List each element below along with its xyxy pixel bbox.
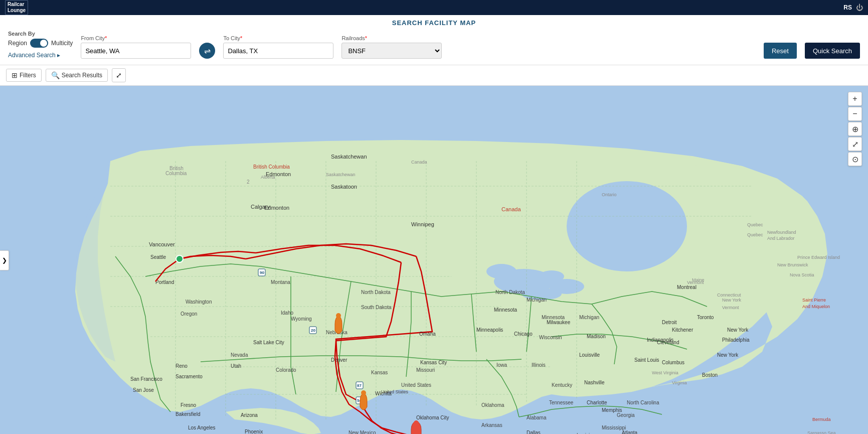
svg-text:North Carolina: North Carolina bbox=[627, 400, 659, 405]
toggle-row: Region Multicity bbox=[8, 39, 73, 48]
svg-text:Atlanta: Atlanta bbox=[622, 430, 638, 434]
svg-text:United States: United States bbox=[401, 382, 431, 388]
svg-text:Quebec: Quebec bbox=[747, 232, 763, 237]
svg-text:Utah: Utah bbox=[231, 363, 241, 369]
svg-text:Saskatoon: Saskatoon bbox=[331, 184, 357, 190]
svg-text:Michigan: Michigan bbox=[579, 315, 599, 320]
railroads-label: Railroads* bbox=[341, 35, 442, 41]
railroads-group: Railroads* BNSF Union Pacific CSX Norfol… bbox=[341, 35, 442, 59]
svg-text:Saint Pierre: Saint Pierre bbox=[802, 298, 826, 303]
svg-text:Kansas: Kansas bbox=[371, 370, 388, 375]
to-city-group: To City* bbox=[223, 35, 333, 59]
zoom-out-button[interactable]: − bbox=[848, 107, 862, 121]
svg-text:Cleveland: Cleveland bbox=[657, 340, 679, 345]
svg-text:Dallas: Dallas bbox=[527, 430, 541, 434]
advanced-search-link[interactable]: Advanced Search ▸ bbox=[8, 52, 73, 59]
power-icon[interactable]: ⏻ bbox=[856, 4, 863, 12]
svg-text:Nova Scotia: Nova Scotia bbox=[790, 272, 814, 277]
svg-text:United States: United States bbox=[381, 389, 409, 394]
svg-text:Saskatchewan: Saskatchewan bbox=[326, 172, 356, 177]
svg-text:Winnipeg: Winnipeg bbox=[411, 221, 434, 227]
svg-text:Georgia: Georgia bbox=[617, 412, 635, 418]
svg-text:90: 90 bbox=[260, 270, 264, 275]
svg-text:West Virginia: West Virginia bbox=[652, 370, 678, 375]
location-button[interactable]: ⊙ bbox=[848, 152, 862, 166]
compass-icon: ⊕ bbox=[852, 124, 858, 134]
expand-icon: ⤢ bbox=[116, 71, 122, 79]
search-row: Search By Region Multicity Advanced Sear… bbox=[8, 31, 860, 59]
svg-text:Portland: Portland bbox=[155, 279, 174, 285]
svg-text:Salt Lake City: Salt Lake City bbox=[253, 340, 284, 345]
filters-button[interactable]: ⊞ Filters bbox=[6, 69, 42, 82]
svg-text:Louisville: Louisville bbox=[579, 352, 600, 358]
svg-text:Nashville: Nashville bbox=[584, 380, 605, 385]
svg-text:87: 87 bbox=[357, 383, 362, 388]
svg-point-2 bbox=[486, 264, 516, 279]
search-results-button[interactable]: 🔍 Search Results bbox=[46, 69, 108, 82]
reset-button[interactable]: Reset bbox=[764, 43, 797, 59]
svg-text:Arizona: Arizona bbox=[241, 412, 258, 418]
search-by-label: Search By bbox=[8, 31, 73, 37]
svg-point-6 bbox=[567, 181, 687, 271]
svg-text:Fresno: Fresno bbox=[181, 402, 197, 408]
fullscreen-button[interactable]: ⤢ bbox=[848, 137, 862, 151]
svg-text:Minnesota: Minnesota bbox=[494, 307, 517, 313]
toggle-right-label: Multicity bbox=[51, 40, 73, 47]
to-city-label: To City* bbox=[223, 35, 333, 41]
toggle-left-label: Region bbox=[8, 40, 27, 47]
svg-text:Los Angeles: Los Angeles bbox=[188, 425, 216, 430]
svg-text:Quebec: Quebec bbox=[747, 222, 763, 227]
svg-text:Sargasso Sea: Sargasso Sea bbox=[807, 430, 836, 434]
expand-button[interactable]: ⤢ bbox=[112, 68, 126, 82]
compass-button[interactable]: ⊕ bbox=[848, 122, 862, 136]
svg-text:Newfoundland: Newfoundland bbox=[767, 230, 796, 235]
search-icon: 🔍 bbox=[51, 71, 60, 79]
svg-text:Kentucky: Kentucky bbox=[552, 382, 572, 388]
from-city-input[interactable] bbox=[81, 43, 191, 59]
top-bar-right: RS ⏻ bbox=[843, 4, 863, 12]
zoom-in-button[interactable]: + bbox=[848, 92, 862, 106]
search-header: SEARCH FACILITY MAP Search By Region Mul… bbox=[0, 15, 868, 65]
svg-text:Sacramento: Sacramento bbox=[176, 374, 203, 379]
location-icon: ⊙ bbox=[852, 155, 858, 164]
svg-text:2: 2 bbox=[247, 179, 250, 185]
user-initials: RS bbox=[843, 4, 852, 11]
svg-point-155 bbox=[361, 390, 366, 395]
svg-text:Nevada: Nevada bbox=[231, 352, 248, 358]
swap-cities-button[interactable]: ⇌ bbox=[199, 43, 215, 59]
svg-text:Arkansas: Arkansas bbox=[481, 422, 502, 428]
svg-text:Virginia: Virginia bbox=[672, 380, 687, 385]
svg-text:Charlotte: Charlotte bbox=[587, 400, 607, 405]
railroads-select[interactable]: BNSF Union Pacific CSX Norfolk Southern … bbox=[341, 43, 442, 59]
svg-text:Maine: Maine bbox=[692, 277, 705, 282]
svg-point-154 bbox=[336, 313, 341, 318]
map-svg: Seattle Portland San Francisco San Jose … bbox=[0, 86, 868, 434]
svg-text:Wyoming: Wyoming bbox=[291, 316, 312, 322]
quick-search-button[interactable]: Quick Search bbox=[805, 43, 860, 59]
region-multicity-toggle[interactable] bbox=[30, 39, 48, 48]
svg-text:Saint Louis: Saint Louis bbox=[634, 357, 659, 363]
svg-text:Connecticut: Connecticut bbox=[717, 293, 741, 298]
svg-text:Wisconsin: Wisconsin bbox=[539, 335, 562, 340]
svg-text:Canada: Canada bbox=[501, 206, 521, 212]
map-container[interactable]: Seattle Portland San Francisco San Jose … bbox=[0, 86, 868, 434]
map-toolbar: ⊞ Filters 🔍 Search Results ⤢ bbox=[0, 65, 868, 86]
svg-text:Minneapolis: Minneapolis bbox=[476, 327, 503, 333]
svg-text:Boston: Boston bbox=[702, 372, 718, 378]
svg-text:Madison: Madison bbox=[587, 334, 606, 339]
chevron-right-icon: ❯ bbox=[2, 257, 7, 264]
svg-text:Saskatchewan: Saskatchewan bbox=[331, 154, 367, 160]
svg-text:Bakersfield: Bakersfield bbox=[176, 411, 200, 417]
to-city-input[interactable] bbox=[223, 43, 333, 59]
svg-text:Columbia: Columbia bbox=[165, 171, 187, 176]
svg-text:South Dakota: South Dakota bbox=[361, 305, 392, 310]
svg-text:Columbus: Columbus bbox=[662, 360, 684, 365]
sidebar-toggle[interactable]: ❯ bbox=[0, 250, 9, 270]
svg-text:Phoenix: Phoenix bbox=[245, 429, 263, 434]
svg-text:North Dakota: North Dakota bbox=[361, 290, 391, 295]
svg-text:Washington: Washington bbox=[186, 299, 212, 305]
svg-text:Philadelphia: Philadelphia bbox=[722, 337, 750, 343]
svg-text:Vancouver: Vancouver bbox=[149, 241, 175, 247]
svg-text:Montana: Montana bbox=[271, 279, 290, 285]
svg-text:Omaha: Omaha bbox=[419, 331, 436, 337]
